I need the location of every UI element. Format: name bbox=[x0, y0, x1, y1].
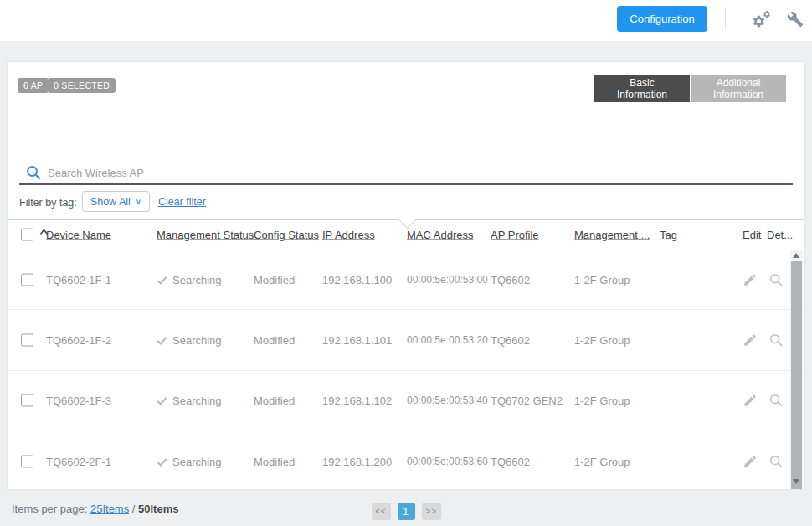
settings-gears-icon[interactable] bbox=[752, 10, 773, 30]
header-management-status[interactable]: Management Status bbox=[157, 229, 254, 241]
management-group-cell: 1-2F Group bbox=[574, 455, 630, 467]
scroll-up-icon[interactable] bbox=[793, 253, 799, 258]
ap-profile-cell: TQ6602 bbox=[491, 273, 530, 286]
table-row[interactable]: TQ6602-1F-1 Searching Modified 192.168.1… bbox=[8, 250, 804, 310]
management-group-cell: 1-2F Group bbox=[574, 394, 630, 407]
table-header-row: Device Name Management Status Config Sta… bbox=[8, 219, 804, 249]
management-group-cell: 1-2F Group bbox=[574, 273, 630, 286]
mac-address-cell: 00:00:5e:00:53:20 bbox=[407, 332, 491, 348]
config-status-cell: Modified bbox=[254, 273, 295, 286]
edit-pencil-icon[interactable] bbox=[743, 333, 758, 348]
row-checkbox[interactable] bbox=[21, 394, 33, 407]
check-icon bbox=[157, 457, 167, 467]
management-status-cell: Searching bbox=[157, 455, 222, 467]
ap-profile-cell: TQ6702 GEN2 bbox=[491, 394, 563, 407]
management-group-cell: 1-2F Group bbox=[574, 334, 630, 347]
pagination-footer: Items per page: 25Items / 50Items << 1 >… bbox=[0, 490, 812, 526]
row-checkbox[interactable] bbox=[21, 334, 33, 347]
table-row[interactable]: TQ6602-2F-1 Searching Modified 192.168.1… bbox=[8, 431, 804, 490]
pager: << 1 >> bbox=[0, 503, 812, 520]
tag-filter-value: Show All bbox=[90, 196, 131, 208]
config-status-cell: Modified bbox=[254, 455, 295, 467]
config-status-cell: Modified bbox=[254, 334, 295, 347]
clear-filter-link[interactable]: Clear filter bbox=[158, 196, 206, 208]
header-ip-address[interactable]: IP Address bbox=[322, 229, 375, 241]
ip-address-cell: 192.168.1.101 bbox=[322, 334, 392, 347]
header-device-name[interactable]: Device Name bbox=[46, 229, 111, 241]
header-ap-profile[interactable]: AP Profile bbox=[491, 229, 539, 241]
search-icon bbox=[26, 165, 41, 180]
details-magnifier-icon[interactable] bbox=[769, 394, 783, 407]
edit-pencil-icon[interactable] bbox=[743, 272, 758, 287]
management-status-cell: Searching bbox=[157, 394, 222, 407]
tab-additional-information[interactable]: Additional Information bbox=[691, 75, 786, 102]
select-all-checkbox[interactable] bbox=[21, 229, 33, 241]
configuration-button[interactable]: Configuration bbox=[617, 6, 707, 32]
ip-address-cell: 192.168.1.200 bbox=[322, 455, 392, 467]
tag-filter-dropdown[interactable]: Show All ∨ bbox=[82, 191, 150, 212]
top-toolbar: Configuration bbox=[0, 0, 812, 41]
device-name-cell: TQ6602-1F-1 bbox=[46, 273, 111, 286]
ip-address-cell: 192.168.1.102 bbox=[322, 394, 392, 407]
device-name-cell: TQ6602-1F-2 bbox=[46, 334, 111, 347]
header-edit: Edit bbox=[743, 229, 761, 241]
selected-count-badge: 0 SELECTED bbox=[48, 78, 116, 93]
check-icon bbox=[157, 276, 167, 285]
prev-page-button[interactable]: << bbox=[372, 503, 391, 520]
row-checkbox[interactable] bbox=[21, 455, 33, 467]
device-name-cell: TQ6602-2F-1 bbox=[46, 455, 111, 467]
table-row[interactable]: TQ6602-1F-3 Searching Modified 192.168.1… bbox=[8, 371, 804, 431]
next-page-button[interactable]: >> bbox=[422, 503, 441, 520]
row-checkbox[interactable] bbox=[21, 273, 33, 286]
wireless-ap-panel: 6 AP 0 SELECTED Basic Information Additi… bbox=[7, 61, 805, 490]
check-icon bbox=[157, 397, 167, 406]
search-bar bbox=[19, 162, 793, 185]
management-status-cell: Searching bbox=[157, 334, 222, 347]
management-status-cell: Searching bbox=[157, 273, 222, 286]
table-row[interactable]: TQ6602-1F-2 Searching Modified 192.168.1… bbox=[8, 310, 804, 370]
scroll-down-icon[interactable] bbox=[793, 479, 799, 484]
current-page-button[interactable]: 1 bbox=[398, 503, 415, 520]
header-details: Det... bbox=[767, 229, 793, 241]
tab-basic-information[interactable]: Basic Information bbox=[594, 75, 690, 102]
header-config-status[interactable]: Config Status bbox=[254, 229, 319, 241]
scrollbar-thumb[interactable] bbox=[791, 261, 802, 490]
header-management-group[interactable]: Management ... bbox=[574, 229, 650, 241]
details-magnifier-icon[interactable] bbox=[769, 273, 783, 286]
device-name-cell: TQ6602-1F-3 bbox=[46, 394, 111, 407]
config-status-cell: Modified bbox=[254, 394, 295, 407]
mac-address-cell: 00:00:5e:00:53:60 bbox=[407, 453, 491, 470]
ip-address-cell: 192.168.1.100 bbox=[322, 273, 392, 286]
header-tag: Tag bbox=[660, 229, 677, 241]
chevron-down-icon: ∨ bbox=[136, 197, 141, 206]
edit-pencil-icon[interactable] bbox=[743, 393, 758, 408]
ap-profile-cell: TQ6602 bbox=[491, 455, 530, 467]
mac-address-cell: 00:00:5e:00:53:00 bbox=[407, 271, 491, 288]
wrench-icon[interactable] bbox=[787, 11, 804, 28]
toolbar-divider bbox=[725, 8, 726, 30]
filter-by-tag-label: Filter by tag: bbox=[19, 197, 77, 209]
ap-profile-cell: TQ6602 bbox=[491, 334, 530, 347]
table-body: TQ6602-1F-1 Searching Modified 192.168.1… bbox=[8, 250, 804, 489]
edit-pencil-icon[interactable] bbox=[743, 454, 758, 469]
vertical-scrollbar[interactable] bbox=[790, 250, 803, 487]
header-mac-address[interactable]: MAC Address bbox=[407, 229, 473, 241]
mac-address-cell: 00:00:5e:00:53:40 bbox=[407, 392, 491, 409]
search-input[interactable] bbox=[48, 163, 567, 182]
ap-count-badge: 6 AP bbox=[18, 78, 49, 93]
check-icon bbox=[157, 337, 167, 346]
details-magnifier-icon[interactable] bbox=[769, 455, 783, 468]
details-magnifier-icon[interactable] bbox=[769, 333, 783, 347]
